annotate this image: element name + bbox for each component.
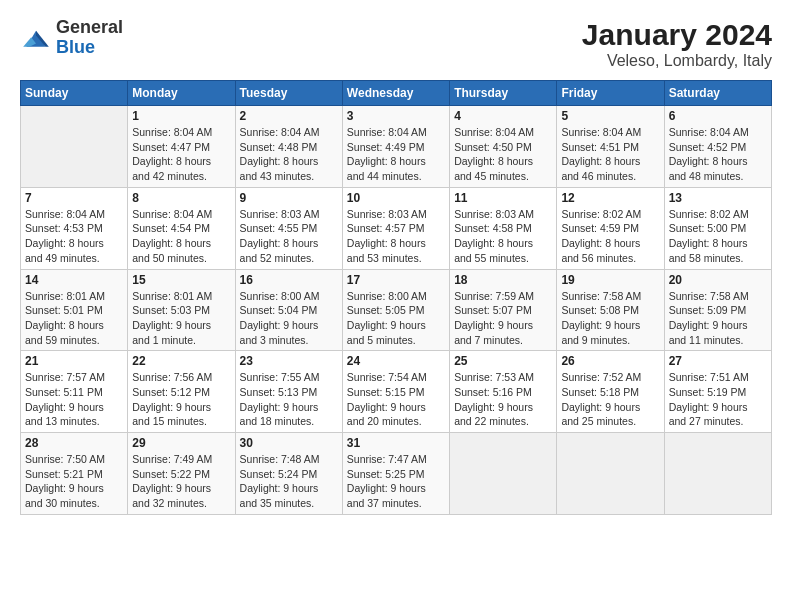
day-number: 26	[561, 354, 659, 368]
day-info: Sunrise: 8:02 AMSunset: 4:59 PMDaylight:…	[561, 207, 659, 266]
day-number: 23	[240, 354, 338, 368]
calendar-cell: 6Sunrise: 8:04 AMSunset: 4:52 PMDaylight…	[664, 106, 771, 188]
day-info: Sunrise: 7:59 AMSunset: 5:07 PMDaylight:…	[454, 289, 552, 348]
calendar-cell	[21, 106, 128, 188]
calendar-cell: 8Sunrise: 8:04 AMSunset: 4:54 PMDaylight…	[128, 187, 235, 269]
calendar: SundayMondayTuesdayWednesdayThursdayFrid…	[20, 80, 772, 515]
day-number: 31	[347, 436, 445, 450]
day-info: Sunrise: 7:58 AMSunset: 5:09 PMDaylight:…	[669, 289, 767, 348]
calendar-week-row: 1Sunrise: 8:04 AMSunset: 4:47 PMDaylight…	[21, 106, 772, 188]
day-info: Sunrise: 7:53 AMSunset: 5:16 PMDaylight:…	[454, 370, 552, 429]
calendar-cell: 22Sunrise: 7:56 AMSunset: 5:12 PMDayligh…	[128, 351, 235, 433]
calendar-cell: 9Sunrise: 8:03 AMSunset: 4:55 PMDaylight…	[235, 187, 342, 269]
day-info: Sunrise: 8:03 AMSunset: 4:55 PMDaylight:…	[240, 207, 338, 266]
day-info: Sunrise: 8:02 AMSunset: 5:00 PMDaylight:…	[669, 207, 767, 266]
day-number: 16	[240, 273, 338, 287]
calendar-cell: 24Sunrise: 7:54 AMSunset: 5:15 PMDayligh…	[342, 351, 449, 433]
calendar-cell: 21Sunrise: 7:57 AMSunset: 5:11 PMDayligh…	[21, 351, 128, 433]
calendar-cell: 10Sunrise: 8:03 AMSunset: 4:57 PMDayligh…	[342, 187, 449, 269]
day-info: Sunrise: 7:55 AMSunset: 5:13 PMDaylight:…	[240, 370, 338, 429]
day-number: 30	[240, 436, 338, 450]
calendar-cell: 7Sunrise: 8:04 AMSunset: 4:53 PMDaylight…	[21, 187, 128, 269]
day-number: 4	[454, 109, 552, 123]
weekday-header: Tuesday	[235, 81, 342, 106]
day-number: 6	[669, 109, 767, 123]
day-info: Sunrise: 8:04 AMSunset: 4:49 PMDaylight:…	[347, 125, 445, 184]
calendar-cell: 27Sunrise: 7:51 AMSunset: 5:19 PMDayligh…	[664, 351, 771, 433]
weekday-header: Friday	[557, 81, 664, 106]
day-info: Sunrise: 8:04 AMSunset: 4:52 PMDaylight:…	[669, 125, 767, 184]
day-number: 8	[132, 191, 230, 205]
day-info: Sunrise: 8:04 AMSunset: 4:53 PMDaylight:…	[25, 207, 123, 266]
day-number: 28	[25, 436, 123, 450]
day-number: 21	[25, 354, 123, 368]
day-number: 15	[132, 273, 230, 287]
day-info: Sunrise: 8:01 AMSunset: 5:01 PMDaylight:…	[25, 289, 123, 348]
day-info: Sunrise: 8:00 AMSunset: 5:04 PMDaylight:…	[240, 289, 338, 348]
day-info: Sunrise: 8:04 AMSunset: 4:51 PMDaylight:…	[561, 125, 659, 184]
day-number: 12	[561, 191, 659, 205]
title-block: January 2024 Veleso, Lombardy, Italy	[582, 18, 772, 70]
day-info: Sunrise: 7:47 AMSunset: 5:25 PMDaylight:…	[347, 452, 445, 511]
calendar-week-row: 28Sunrise: 7:50 AMSunset: 5:21 PMDayligh…	[21, 433, 772, 515]
calendar-cell	[557, 433, 664, 515]
calendar-cell	[450, 433, 557, 515]
day-number: 2	[240, 109, 338, 123]
day-number: 7	[25, 191, 123, 205]
day-info: Sunrise: 7:57 AMSunset: 5:11 PMDaylight:…	[25, 370, 123, 429]
calendar-cell: 15Sunrise: 8:01 AMSunset: 5:03 PMDayligh…	[128, 269, 235, 351]
weekday-header: Saturday	[664, 81, 771, 106]
calendar-cell: 23Sunrise: 7:55 AMSunset: 5:13 PMDayligh…	[235, 351, 342, 433]
day-number: 22	[132, 354, 230, 368]
weekday-header: Wednesday	[342, 81, 449, 106]
day-info: Sunrise: 7:50 AMSunset: 5:21 PMDaylight:…	[25, 452, 123, 511]
day-info: Sunrise: 8:03 AMSunset: 4:58 PMDaylight:…	[454, 207, 552, 266]
day-info: Sunrise: 8:00 AMSunset: 5:05 PMDaylight:…	[347, 289, 445, 348]
calendar-cell: 26Sunrise: 7:52 AMSunset: 5:18 PMDayligh…	[557, 351, 664, 433]
page: General Blue January 2024 Veleso, Lombar…	[0, 0, 792, 612]
calendar-cell: 11Sunrise: 8:03 AMSunset: 4:58 PMDayligh…	[450, 187, 557, 269]
day-number: 11	[454, 191, 552, 205]
day-info: Sunrise: 7:56 AMSunset: 5:12 PMDaylight:…	[132, 370, 230, 429]
calendar-cell: 17Sunrise: 8:00 AMSunset: 5:05 PMDayligh…	[342, 269, 449, 351]
weekday-header: Monday	[128, 81, 235, 106]
day-info: Sunrise: 7:48 AMSunset: 5:24 PMDaylight:…	[240, 452, 338, 511]
day-number: 25	[454, 354, 552, 368]
day-number: 20	[669, 273, 767, 287]
calendar-cell: 12Sunrise: 8:02 AMSunset: 4:59 PMDayligh…	[557, 187, 664, 269]
calendar-cell: 16Sunrise: 8:00 AMSunset: 5:04 PMDayligh…	[235, 269, 342, 351]
day-info: Sunrise: 7:52 AMSunset: 5:18 PMDaylight:…	[561, 370, 659, 429]
calendar-cell: 2Sunrise: 8:04 AMSunset: 4:48 PMDaylight…	[235, 106, 342, 188]
calendar-week-row: 14Sunrise: 8:01 AMSunset: 5:01 PMDayligh…	[21, 269, 772, 351]
day-info: Sunrise: 8:04 AMSunset: 4:48 PMDaylight:…	[240, 125, 338, 184]
calendar-cell	[664, 433, 771, 515]
calendar-cell: 29Sunrise: 7:49 AMSunset: 5:22 PMDayligh…	[128, 433, 235, 515]
calendar-cell: 30Sunrise: 7:48 AMSunset: 5:24 PMDayligh…	[235, 433, 342, 515]
day-number: 3	[347, 109, 445, 123]
calendar-week-row: 21Sunrise: 7:57 AMSunset: 5:11 PMDayligh…	[21, 351, 772, 433]
weekday-header: Thursday	[450, 81, 557, 106]
day-info: Sunrise: 8:03 AMSunset: 4:57 PMDaylight:…	[347, 207, 445, 266]
calendar-week-row: 7Sunrise: 8:04 AMSunset: 4:53 PMDaylight…	[21, 187, 772, 269]
calendar-cell: 18Sunrise: 7:59 AMSunset: 5:07 PMDayligh…	[450, 269, 557, 351]
day-number: 18	[454, 273, 552, 287]
logo-blue-text: Blue	[56, 37, 95, 57]
day-info: Sunrise: 7:49 AMSunset: 5:22 PMDaylight:…	[132, 452, 230, 511]
calendar-cell: 20Sunrise: 7:58 AMSunset: 5:09 PMDayligh…	[664, 269, 771, 351]
day-number: 1	[132, 109, 230, 123]
day-info: Sunrise: 8:01 AMSunset: 5:03 PMDaylight:…	[132, 289, 230, 348]
calendar-cell: 14Sunrise: 8:01 AMSunset: 5:01 PMDayligh…	[21, 269, 128, 351]
day-info: Sunrise: 8:04 AMSunset: 4:50 PMDaylight:…	[454, 125, 552, 184]
calendar-cell: 25Sunrise: 7:53 AMSunset: 5:16 PMDayligh…	[450, 351, 557, 433]
day-number: 24	[347, 354, 445, 368]
calendar-cell: 31Sunrise: 7:47 AMSunset: 5:25 PMDayligh…	[342, 433, 449, 515]
calendar-cell: 19Sunrise: 7:58 AMSunset: 5:08 PMDayligh…	[557, 269, 664, 351]
day-info: Sunrise: 7:58 AMSunset: 5:08 PMDaylight:…	[561, 289, 659, 348]
day-number: 13	[669, 191, 767, 205]
day-number: 10	[347, 191, 445, 205]
calendar-cell: 1Sunrise: 8:04 AMSunset: 4:47 PMDaylight…	[128, 106, 235, 188]
calendar-header: SundayMondayTuesdayWednesdayThursdayFrid…	[21, 81, 772, 106]
day-number: 19	[561, 273, 659, 287]
calendar-cell: 13Sunrise: 8:02 AMSunset: 5:00 PMDayligh…	[664, 187, 771, 269]
day-number: 27	[669, 354, 767, 368]
